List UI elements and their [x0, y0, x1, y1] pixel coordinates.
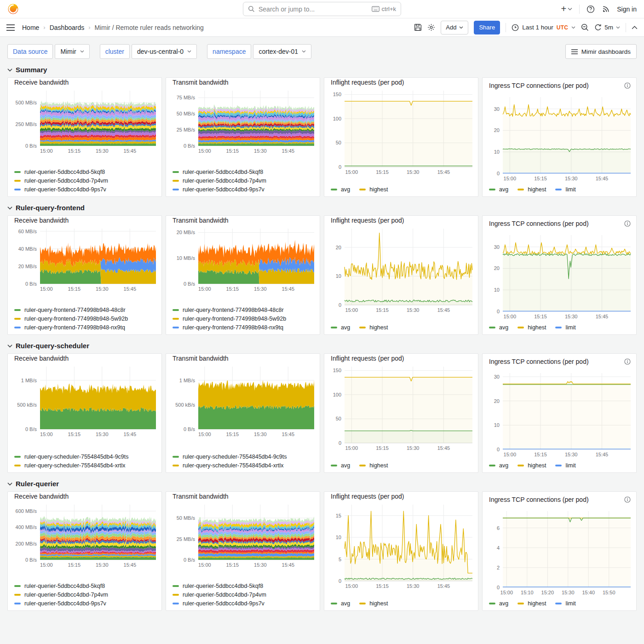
legend-item[interactable]: ruler-querier-5ddbcc4dbd-7p4vm	[14, 178, 155, 184]
time-series-chart[interactable]: 0 B/s250 MB/s500 MB/s15:0015:1515:3015:4…	[12, 86, 159, 155]
legend-item[interactable]: avg	[331, 324, 350, 331]
legend-item[interactable]: ruler-querier-5ddbcc4dbd-9ps7v	[14, 186, 155, 193]
legend-item[interactable]: limit	[555, 600, 575, 607]
panel-title[interactable]: Inflight requests (per pod)	[331, 355, 404, 362]
legend-item[interactable]: avg	[489, 600, 508, 607]
mega-menu-icon[interactable]	[6, 24, 15, 31]
info-icon[interactable]	[624, 358, 631, 365]
legend-item[interactable]: highest	[518, 600, 546, 607]
panel-title[interactable]: Transmit bandwidth	[172, 79, 229, 86]
news-icon[interactable]	[602, 5, 610, 13]
info-icon[interactable]	[624, 496, 631, 503]
time-series-chart[interactable]: 010203015:0015:1515:3015:45	[486, 230, 633, 321]
legend-item[interactable]: limit	[555, 462, 575, 469]
refresh-picker[interactable]: 5m	[594, 24, 620, 31]
variable-label[interactable]: cluster	[100, 44, 130, 59]
legend-item[interactable]: highest	[359, 462, 388, 469]
legend-item[interactable]: ruler-querier-5ddbcc4dbd-7p4vm	[14, 592, 155, 598]
save-dashboard-icon[interactable]	[414, 23, 422, 31]
time-range-picker[interactable]: Last 1 hour UTC	[512, 24, 575, 31]
time-series-chart[interactable]: 05010015015:0015:1515:3015:45	[328, 86, 475, 176]
legend-item[interactable]: avg	[331, 462, 350, 469]
mimir-dashboards-button[interactable]: Mimir dashboards	[565, 44, 637, 59]
legend-item[interactable]: ruler-query-frontend-774998b948-5w92b	[172, 316, 313, 322]
legend-item[interactable]: highest	[359, 186, 388, 193]
time-series-chart[interactable]: 0 B/s200 MB/s400 MB/s600 MB/s15:0015:151…	[12, 500, 159, 569]
legend-item[interactable]: ruler-querier-5ddbcc4dbd-9ps7v	[172, 600, 313, 607]
panel-title[interactable]: Ingress TCP connections (per pod)	[489, 82, 589, 89]
legend-item[interactable]: ruler-querier-5ddbcc4dbd-9ps7v	[172, 186, 313, 193]
legend-item[interactable]: highest	[518, 186, 546, 193]
time-series-chart[interactable]: 05101515:0015:1515:3015:45	[328, 500, 475, 590]
time-series-chart[interactable]: 010203015:0015:1515:3015:45	[486, 92, 633, 183]
section-header-ruler-query-frontend[interactable]: Ruler-query-frontend	[7, 204, 637, 212]
breadcrumb-dashboards[interactable]: Dashboards	[50, 24, 85, 31]
section-header-ruler-querier[interactable]: Ruler-querier	[7, 480, 637, 488]
legend-item[interactable]: ruler-query-scheduler-7554845db4-9c9ts	[172, 454, 313, 460]
legend-item[interactable]: avg	[489, 462, 508, 469]
legend-item[interactable]: ruler-query-frontend-774998b948-nx9tq	[14, 324, 155, 331]
legend-item[interactable]: ruler-query-frontend-774998b948-48c8r	[172, 307, 313, 313]
legend-item[interactable]: avg	[331, 186, 350, 193]
legend-item[interactable]: ruler-querier-5ddbcc4dbd-5kqf8	[172, 583, 313, 589]
time-series-chart[interactable]: 0 B/s25 MB/s50 MB/s75 MB/s15:0015:1515:3…	[170, 86, 317, 155]
panel-title[interactable]: Inflight requests (per pod)	[331, 217, 404, 224]
time-series-chart[interactable]: 0 B/s10 MB/s20 MB/s15:0015:1515:3015:45	[170, 224, 317, 293]
time-series-chart[interactable]: 024615:0015:1015:2015:3015:4015:50	[486, 506, 633, 597]
legend-item[interactable]: ruler-querier-5ddbcc4dbd-5kqf8	[14, 583, 155, 589]
dashboard-settings-icon[interactable]	[427, 23, 435, 31]
info-icon[interactable]	[624, 220, 631, 227]
section-header-summary[interactable]: Summary	[7, 66, 637, 74]
legend-item[interactable]: limit	[555, 186, 575, 193]
panel-title[interactable]: Inflight requests (per pod)	[331, 79, 404, 86]
zoom-out-time-icon[interactable]	[581, 23, 589, 31]
time-series-chart[interactable]: 0 B/s25 MB/s50 MB/s15:0015:1515:3015:45	[170, 500, 317, 569]
panel-title[interactable]: Ingress TCP connections (per pod)	[489, 220, 589, 227]
panel-title[interactable]: Transmit bandwidth	[172, 355, 229, 362]
legend-item[interactable]: avg	[489, 324, 508, 331]
panel-title[interactable]: Receive bandwidth	[14, 217, 69, 224]
legend-item[interactable]: ruler-query-scheduler-7554845db4-xrtlx	[14, 462, 155, 469]
panel-title[interactable]: Receive bandwidth	[14, 79, 69, 86]
legend-item[interactable]: ruler-querier-5ddbcc4dbd-5kqf8	[14, 169, 155, 175]
variable-label[interactable]: Data source	[7, 44, 53, 59]
info-icon[interactable]	[624, 82, 631, 89]
panel-title[interactable]: Inflight requests (per pod)	[331, 493, 404, 500]
legend-item[interactable]: ruler-querier-5ddbcc4dbd-7p4vm	[172, 178, 313, 184]
legend-item[interactable]: avg	[489, 186, 508, 193]
panel-title[interactable]: Ingress TCP connections (per pod)	[489, 358, 589, 365]
legend-item[interactable]: ruler-querier-5ddbcc4dbd-9ps7v	[14, 600, 155, 607]
legend-item[interactable]: ruler-querier-5ddbcc4dbd-7p4vm	[172, 592, 313, 598]
search-input[interactable]: ctrl+k	[243, 2, 401, 16]
section-header-ruler-query-scheduler[interactable]: Ruler-query-scheduler	[7, 342, 637, 350]
breadcrumb-home[interactable]: Home	[22, 24, 39, 31]
new-menu-button[interactable]: +	[561, 4, 573, 14]
variable-value-dropdown[interactable]: dev-us-central-0	[132, 44, 197, 59]
legend-item[interactable]: ruler-query-frontend-774998b948-nx9tq	[172, 324, 313, 331]
variable-label[interactable]: namespace	[207, 44, 251, 59]
legend-item[interactable]: ruler-query-scheduler-7554845db4-9c9ts	[14, 454, 155, 460]
time-series-chart[interactable]: 05010015015:0015:1515:3015:45	[328, 362, 475, 452]
legend-item[interactable]: ruler-query-scheduler-7554845db4-xrtlx	[172, 462, 313, 469]
legend-item[interactable]: avg	[331, 600, 350, 607]
panel-title[interactable]: Transmit bandwidth	[172, 493, 229, 500]
time-series-chart[interactable]: 010203015:0015:1515:3015:45	[486, 368, 633, 459]
legend-item[interactable]: highest	[518, 324, 546, 331]
legend-item[interactable]: ruler-querier-5ddbcc4dbd-5kqf8	[172, 169, 313, 175]
share-button[interactable]: Share	[474, 21, 500, 34]
legend-item[interactable]: highest	[359, 324, 388, 331]
grafana-logo[interactable]	[7, 3, 19, 15]
legend-item[interactable]: limit	[555, 324, 575, 331]
panel-title[interactable]: Receive bandwidth	[14, 493, 69, 500]
legend-item[interactable]: ruler-query-frontend-774998b948-5w92b	[14, 316, 155, 322]
panel-title[interactable]: Ingress TCP connections (per pod)	[489, 496, 589, 503]
help-icon[interactable]	[586, 5, 595, 13]
legend-item[interactable]: highest	[518, 462, 546, 469]
legend-item[interactable]: ruler-query-frontend-774998b948-48c8r	[14, 307, 155, 313]
time-series-chart[interactable]: 0 B/s500 kB/s1 MB/s15:0015:1515:3015:45	[170, 362, 317, 438]
legend-item[interactable]: highest	[359, 600, 388, 607]
variable-value-dropdown[interactable]: cortex-dev-01	[253, 44, 311, 59]
search-field[interactable]	[259, 6, 368, 13]
time-series-chart[interactable]: 0102015:0015:1515:3015:45	[328, 224, 475, 314]
panel-title[interactable]: Transmit bandwidth	[172, 217, 229, 224]
